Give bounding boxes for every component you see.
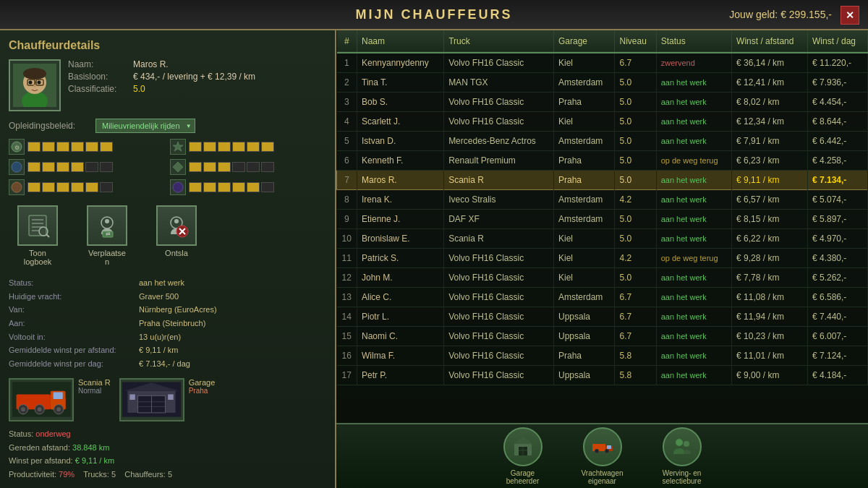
skill-row-1: ⚙ [9,139,166,155]
aan-value: Praha (Steinbruch) [139,317,205,330]
table-row[interactable]: 1 Kennyannydenny Volvo FH16 Classic Kiel… [337,53,868,73]
col-num: # [337,30,357,53]
bar [232,182,245,192]
vrachtwagen-icon [583,427,622,466]
cell-status: aan het werk [656,190,731,210]
nav-garage[interactable]: Garagebeheerder [494,427,552,485]
vehicle-row: Scania R Normal [9,378,326,421]
cell-niveau: 6.7 [615,307,656,327]
svg-point-29 [174,219,179,223]
table-row[interactable]: 7 Maros R. Scania R Praha 5.0 aan het we… [337,171,868,190]
cell-naam: Maros R. [357,171,444,190]
bar [85,142,98,152]
svg-text:⚙: ⚙ [14,145,20,151]
table-row[interactable]: 15 Naomi C. Volvo FH16 Classic Uppsala 6… [337,327,868,346]
vehicle-type: Normal [78,387,111,395]
vehicle-thumbnail [9,378,74,421]
naam-value: Maros R. [133,59,169,69]
cell-status: aan het werk [656,132,731,151]
basisloon-row: Basisloon: € 434,- / levering + € 12,39 … [68,72,326,82]
gem-afstand-label: Gemiddelde winst per afstand: [9,343,139,357]
bar [203,162,216,172]
bar [42,162,55,172]
cell-num: 14 [337,307,357,327]
cell-naam: Irena K. [357,190,444,210]
table-row[interactable]: 16 Wilma F. Volvo FH16 Classic Praha 5.8… [337,346,868,366]
table-row[interactable]: 11 Patrick S. Volvo FH16 Classic Kiel 4.… [337,249,868,268]
table-row[interactable]: 9 Etienne J. DAF XF Amsterdam 5.0 aan he… [337,210,868,229]
table-row[interactable]: 6 Kenneth F. Renault Premium Praha 5.0 o… [337,151,868,171]
cell-garage: Praha [554,151,615,171]
skill-bars-6 [189,182,274,192]
logboek-button[interactable]: Toonlogboek [9,205,67,266]
garage-nav-label: Garagebeheerder [506,469,540,485]
garage-name: Garage [189,378,216,387]
cell-truck: Volvo FH16 Classic [444,249,554,268]
voltooit-value: 13 u(u)r(en) [139,330,181,344]
werving-nav-label: Werving- enselectiebure [663,469,702,485]
svg-point-61 [595,449,599,453]
training-label: Opleidingsbeleid: [9,121,95,131]
cell-truck: Volvo FH16 Classic [444,288,554,307]
cell-num: 7 [337,171,357,190]
table-row[interactable]: 10 Bronislaw E. Scania R Kiel 5.0 aan he… [337,229,868,249]
table-row[interactable]: 4 Scarlett J. Volvo FH16 Classic Kiel 5.… [337,112,868,132]
cell-niveau: 6.7 [615,288,656,307]
skills-section: ⚙ [9,139,326,195]
cell-truck: Volvo FH16 Classic [444,268,554,288]
table-row[interactable]: 5 Istvan D. Mercedes-Benz Actros Amsterd… [337,132,868,151]
cell-niveau: 5.0 [615,151,656,171]
classificatie-row: Classificatie: 5.0 [68,84,326,94]
table-row[interactable]: 14 Piotr L. Volvo FH16 Classic Uppsala 6… [337,307,868,327]
cell-winst-dag: € 7.440,- [807,307,867,327]
cell-naam: John M. [357,268,444,288]
skill-bars-4 [189,162,274,172]
stats-bottom: Status: onderweg Gereden afstand: 38.848… [9,427,326,481]
table-row[interactable]: 12 John M. Volvo FH16 Classic Kiel 5.0 a… [337,268,868,288]
cell-truck: Volvo FH16 Classic [444,366,554,385]
cell-naam: Piotr L. [357,307,444,327]
ontslaan-button[interactable]: Ontsla [148,205,205,266]
drivers-table: # Naam Truck Garage Niveau Status Winst … [336,30,868,385]
table-row[interactable]: 8 Irena K. Iveco Stralis Amsterdam 4.2 a… [337,190,868,210]
bar [100,162,113,172]
logboek-icon [17,205,58,246]
bar [189,182,202,192]
cell-num: 8 [337,190,357,210]
table-row[interactable]: 3 Bob S. Volvo FH16 Classic Praha 5.0 aa… [337,93,868,112]
close-button[interactable]: ✕ [841,6,859,25]
cell-status: op de weg terug [656,249,731,268]
garage-icon [503,427,542,466]
svg-point-43 [56,408,61,412]
cell-truck: Volvo FH16 Classic [444,93,554,112]
table-row[interactable]: 17 Petr P. Volvo FH16 Classic Uppsala 5.… [337,366,868,385]
basisloon-value: € 434,- / levering + € 12,39 / km [133,72,255,82]
bar [42,142,55,152]
svg-rect-17 [29,215,46,236]
cell-niveau: 6.7 [615,53,656,73]
cell-winst-afstand: € 7,78 / km [732,268,808,288]
right-panel: # Naam Truck Garage Niveau Status Winst … [336,30,868,488]
nav-werving[interactable]: Werving- enselectiebure [653,427,711,485]
cell-winst-dag: € 6.442,- [807,132,867,151]
table-row[interactable]: 2 Tina T. MAN TGX Amsterdam 5.0 aan het … [337,73,868,93]
svg-point-13 [12,162,22,172]
skill-icon-2 [170,139,186,155]
vrachtwagen-nav-label: Vrachtwageneigenaar [582,469,624,485]
garage-card: Garage Praha [119,378,216,421]
skill-icon-3 [9,159,25,175]
cell-niveau: 5.0 [615,171,656,190]
cell-num: 6 [337,151,357,171]
table-row[interactable]: 13 Alice C. Volvo FH16 Classic Amsterdam… [337,288,868,307]
ontslaan-icon [156,205,197,246]
bar [71,162,84,172]
driver-info-row: Naam: Maros R. Basisloon: € 434,- / leve… [9,59,326,111]
verplaatsen-button[interactable]: ⇄ Verplaatsen [78,205,136,266]
cell-niveau: 5.8 [615,366,656,385]
svg-point-63 [676,439,683,446]
training-dropdown[interactable]: Milieuvriendelijk rijden [95,119,195,133]
cell-winst-dag: € 4.258,- [807,151,867,171]
bar [85,182,98,192]
nav-vrachtwagen[interactable]: Vrachtwageneigenaar [574,427,631,485]
cell-winst-afstand: € 36,14 / km [732,53,808,73]
